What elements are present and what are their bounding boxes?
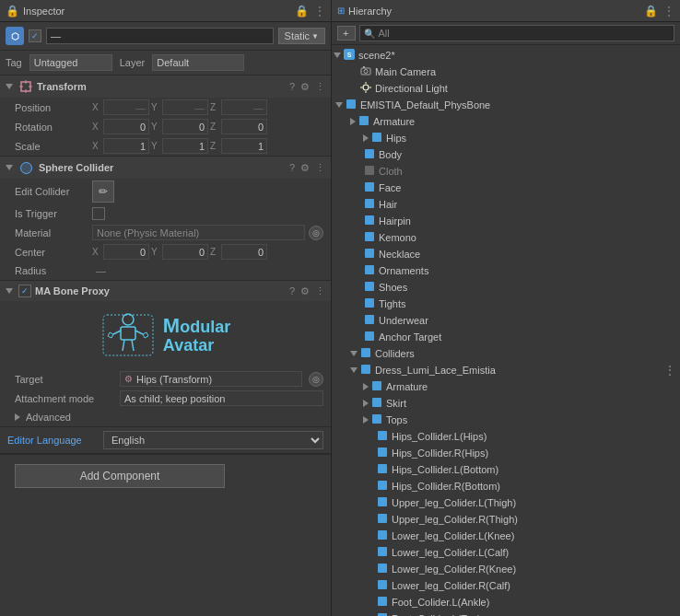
rotation-x-input[interactable] — [103, 119, 149, 134]
tree-label-emistia: EMISTIA_Default_PhysBone — [360, 99, 490, 110]
rotation-y-input[interactable] — [162, 119, 208, 134]
ma-settings-icon[interactable]: ⚙ — [300, 285, 310, 297]
edit-collider-button[interactable]: ✏ — [92, 180, 114, 203]
center-x-label: X — [92, 247, 101, 257]
tree-item-lower-leg-l-calf[interactable]: Lower_leg_Colider.L(Calf) — [332, 544, 680, 561]
tree-item-lower-leg-r-calf[interactable]: Lower_leg_Colider.R(Calf) — [332, 577, 680, 594]
more-icon[interactable]: ⋮ — [314, 5, 325, 17]
tree-item-body[interactable]: Body — [332, 146, 680, 163]
tree-item-tights[interactable]: Tights — [332, 296, 680, 312]
ma-bone-proxy-header[interactable]: ✓ MA Bone Proxy ? ⚙ ⋮ — [0, 281, 331, 301]
svg-rect-24 — [372, 133, 381, 142]
position-z-input[interactable] — [221, 99, 267, 115]
tree-item-hair[interactable]: Hair — [332, 196, 680, 213]
hairpin-icon — [363, 214, 376, 228]
ma-more-icon[interactable]: ⋮ — [315, 285, 325, 297]
tree-item-skirt[interactable]: Skirt — [332, 395, 680, 412]
tree-item-cloth[interactable]: Cloth — [332, 163, 680, 180]
center-x-input[interactable] — [103, 244, 149, 260]
tree-item-upper-leg-l-thigh[interactable]: Upper_leg_Colider.L(Thigh) — [332, 494, 680, 511]
tree-item-foot-l-ankle[interactable]: Foot_Colider.L(Ankle) — [332, 594, 680, 610]
tree-item-upper-leg-r-thigh[interactable]: Upper_leg_Colider.R(Thigh) — [332, 511, 680, 528]
sphere-help-icon[interactable]: ? — [289, 162, 295, 174]
hierarchy-more-icon[interactable]: ⋮ — [663, 5, 674, 17]
hierarchy-lock-icon[interactable]: 🔒 — [644, 5, 658, 17]
svg-rect-50 — [378, 564, 387, 573]
sphere-settings-icon[interactable]: ⚙ — [300, 162, 310, 174]
tree-item-armature-1[interactable]: Armature — [332, 113, 680, 130]
static-button[interactable]: Static ▼ — [278, 28, 325, 44]
tree-item-tops[interactable]: Tops — [332, 412, 680, 428]
tree-item-shoes[interactable]: Shoes — [332, 279, 680, 296]
tree-item-main-camera[interactable]: Main Camera — [332, 64, 680, 80]
tree-item-directional-light[interactable]: Directional Light — [332, 80, 680, 97]
tree-item-kemono[interactable]: Kemono — [332, 229, 680, 246]
object-name-input[interactable] — [46, 28, 274, 44]
scale-z-input[interactable] — [221, 138, 267, 154]
tree-item-necklace[interactable]: Necklace — [332, 246, 680, 262]
editor-language-row: Editor Language English — [0, 426, 331, 454]
scene-root-item[interactable]: S scene2* ⋮ — [332, 47, 680, 64]
svg-rect-40 — [372, 398, 381, 407]
is-trigger-checkbox[interactable] — [92, 207, 105, 220]
attachment-dropdown[interactable]: As child; keep position — [120, 390, 323, 406]
transform-more-icon[interactable]: ⋮ — [315, 81, 325, 93]
tree-item-ornaments[interactable]: Ornaments — [332, 262, 680, 279]
tree-item-armature-2[interactable]: Armature — [332, 378, 680, 395]
center-label: Center — [15, 247, 88, 258]
material-picker-button[interactable]: ◎ — [309, 226, 323, 240]
sphere-collider-toggle[interactable] — [18, 160, 33, 175]
active-checkbox[interactable]: ✓ — [29, 29, 41, 42]
tree-item-colliders[interactable]: Colliders — [332, 345, 680, 362]
ma-help-icon[interactable]: ? — [289, 285, 295, 297]
rotation-z-input[interactable] — [221, 119, 267, 134]
tree-item-emistia[interactable]: EMISTIA_Default_PhysBone ⋮ — [332, 97, 680, 113]
ma-logo: Modular Avatar — [100, 312, 230, 358]
tree-item-face[interactable]: Face — [332, 180, 680, 196]
svg-rect-6 — [121, 327, 135, 340]
transform-help-icon[interactable]: ? — [289, 81, 295, 93]
tree-item-hips[interactable]: Hips — [332, 130, 680, 146]
tree-item-hips-collider-l-hips[interactable]: Hips_Collider.L(Hips) — [332, 428, 680, 445]
tree-item-underwear[interactable]: Underwear — [332, 312, 680, 329]
lock-icon[interactable]: 🔒 — [295, 5, 309, 17]
edit-collider-label: Edit Collider — [15, 186, 88, 197]
hierarchy-header: ⊞ Hierarchy 🔒 ⋮ — [332, 0, 680, 22]
svg-rect-45 — [378, 481, 387, 490]
layer-dropdown[interactable]: Default — [152, 54, 244, 71]
position-y-input[interactable] — [162, 99, 208, 115]
position-x-input[interactable] — [103, 99, 149, 115]
tree-item-foot-l-toe[interactable]: Foot_Colider.L(Toe) — [332, 610, 680, 616]
svg-rect-11 — [103, 315, 153, 355]
target-picker-button[interactable]: ◎ — [309, 372, 323, 387]
tree-item-hips-collider-r-bottom[interactable]: Hips_Collider.R(Bottom) — [332, 478, 680, 494]
dress-lumi-more-btn[interactable]: ⋮ — [663, 363, 676, 378]
center-z-input[interactable] — [221, 244, 267, 260]
ma-logo-icon — [100, 312, 156, 358]
transform-settings-icon[interactable]: ⚙ — [300, 81, 310, 93]
transform-header[interactable]: Transform ? ⚙ ⋮ — [0, 76, 331, 98]
tag-dropdown[interactable]: Untagged — [29, 54, 112, 71]
scale-y-input[interactable] — [162, 138, 208, 154]
sphere-more-icon[interactable]: ⋮ — [315, 162, 325, 174]
ma-active-checkbox[interactable]: ✓ — [18, 285, 31, 297]
scale-x-input[interactable] — [103, 138, 149, 154]
add-component-button[interactable]: Add Component — [15, 464, 225, 488]
create-button[interactable]: + — [337, 26, 356, 41]
tree-item-dress-lumi[interactable]: Dress_Lumi_Lace_Emistia ⋮ — [332, 362, 680, 378]
tree-item-hips-collider-l-bottom[interactable]: Hips_Collider.L(Bottom) — [332, 461, 680, 478]
center-y-input[interactable] — [162, 244, 208, 260]
tree-item-hips-collider-r-hips[interactable]: Hips_Collider.R(Hips) — [332, 445, 680, 461]
tree-item-lower-leg-r-knee[interactable]: Lower_leg_Colider.R(Knee) — [332, 561, 680, 577]
transform-header-icons: ? ⚙ ⋮ — [289, 81, 325, 93]
tree-item-anchor-target[interactable]: Anchor Target — [332, 329, 680, 345]
sphere-collider-header[interactable]: Sphere Collider ? ⚙ ⋮ — [0, 157, 331, 179]
svg-rect-30 — [365, 232, 374, 241]
svg-line-10 — [132, 340, 134, 351]
advanced-toggle[interactable]: Advanced — [15, 412, 323, 423]
material-input[interactable] — [92, 225, 305, 240]
advanced-label: Advanced — [26, 412, 71, 423]
tree-item-hairpin[interactable]: Hairpin — [332, 213, 680, 229]
tree-item-lower-leg-l-knee[interactable]: Lower_leg_Colider.L(Knee) — [332, 528, 680, 544]
editor-language-dropdown[interactable]: English — [103, 431, 323, 449]
